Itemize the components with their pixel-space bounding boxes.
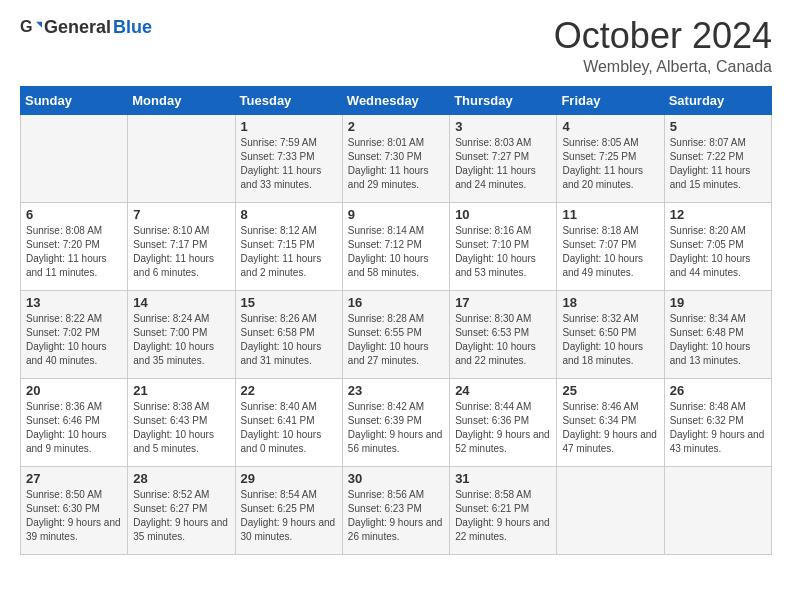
day-cell: 5Sunrise: 8:07 AM Sunset: 7:22 PM Daylig…	[664, 114, 771, 202]
day-info: Sunrise: 8:20 AM Sunset: 7:05 PM Dayligh…	[670, 224, 766, 280]
day-cell: 29Sunrise: 8:54 AM Sunset: 6:25 PM Dayli…	[235, 466, 342, 554]
day-cell: 10Sunrise: 8:16 AM Sunset: 7:10 PM Dayli…	[450, 202, 557, 290]
day-cell	[557, 466, 664, 554]
day-cell: 26Sunrise: 8:48 AM Sunset: 6:32 PM Dayli…	[664, 378, 771, 466]
day-cell: 31Sunrise: 8:58 AM Sunset: 6:21 PM Dayli…	[450, 466, 557, 554]
day-info: Sunrise: 8:52 AM Sunset: 6:27 PM Dayligh…	[133, 488, 229, 544]
col-monday: Monday	[128, 86, 235, 114]
day-info: Sunrise: 8:40 AM Sunset: 6:41 PM Dayligh…	[241, 400, 337, 456]
day-cell: 20Sunrise: 8:36 AM Sunset: 6:46 PM Dayli…	[21, 378, 128, 466]
day-cell: 9Sunrise: 8:14 AM Sunset: 7:12 PM Daylig…	[342, 202, 449, 290]
week-row-5: 27Sunrise: 8:50 AM Sunset: 6:30 PM Dayli…	[21, 466, 772, 554]
svg-text:G: G	[20, 17, 33, 35]
day-cell: 2Sunrise: 8:01 AM Sunset: 7:30 PM Daylig…	[342, 114, 449, 202]
logo-text-blue: Blue	[113, 17, 152, 38]
day-info: Sunrise: 8:16 AM Sunset: 7:10 PM Dayligh…	[455, 224, 551, 280]
logo: G GeneralBlue	[20, 16, 152, 38]
col-saturday: Saturday	[664, 86, 771, 114]
day-info: Sunrise: 8:58 AM Sunset: 6:21 PM Dayligh…	[455, 488, 551, 544]
col-tuesday: Tuesday	[235, 86, 342, 114]
day-cell: 30Sunrise: 8:56 AM Sunset: 6:23 PM Dayli…	[342, 466, 449, 554]
day-number: 6	[26, 207, 122, 222]
logo-icon: G	[20, 16, 42, 38]
location-subtitle: Wembley, Alberta, Canada	[554, 58, 772, 76]
day-info: Sunrise: 8:30 AM Sunset: 6:53 PM Dayligh…	[455, 312, 551, 368]
day-info: Sunrise: 8:34 AM Sunset: 6:48 PM Dayligh…	[670, 312, 766, 368]
day-cell	[664, 466, 771, 554]
day-info: Sunrise: 7:59 AM Sunset: 7:33 PM Dayligh…	[241, 136, 337, 192]
calendar-page: G GeneralBlue October 2024 Wembley, Albe…	[0, 0, 792, 612]
day-cell: 24Sunrise: 8:44 AM Sunset: 6:36 PM Dayli…	[450, 378, 557, 466]
col-wednesday: Wednesday	[342, 86, 449, 114]
day-number: 18	[562, 295, 658, 310]
day-cell: 7Sunrise: 8:10 AM Sunset: 7:17 PM Daylig…	[128, 202, 235, 290]
day-number: 24	[455, 383, 551, 398]
day-cell: 25Sunrise: 8:46 AM Sunset: 6:34 PM Dayli…	[557, 378, 664, 466]
day-number: 29	[241, 471, 337, 486]
day-number: 3	[455, 119, 551, 134]
day-number: 27	[26, 471, 122, 486]
day-info: Sunrise: 8:10 AM Sunset: 7:17 PM Dayligh…	[133, 224, 229, 280]
day-info: Sunrise: 8:24 AM Sunset: 7:00 PM Dayligh…	[133, 312, 229, 368]
calendar-table: Sunday Monday Tuesday Wednesday Thursday…	[20, 86, 772, 555]
day-number: 22	[241, 383, 337, 398]
day-info: Sunrise: 8:46 AM Sunset: 6:34 PM Dayligh…	[562, 400, 658, 456]
col-sunday: Sunday	[21, 86, 128, 114]
week-row-3: 13Sunrise: 8:22 AM Sunset: 7:02 PM Dayli…	[21, 290, 772, 378]
day-info: Sunrise: 8:54 AM Sunset: 6:25 PM Dayligh…	[241, 488, 337, 544]
day-info: Sunrise: 8:38 AM Sunset: 6:43 PM Dayligh…	[133, 400, 229, 456]
day-number: 26	[670, 383, 766, 398]
day-number: 1	[241, 119, 337, 134]
day-number: 16	[348, 295, 444, 310]
day-info: Sunrise: 8:14 AM Sunset: 7:12 PM Dayligh…	[348, 224, 444, 280]
day-number: 15	[241, 295, 337, 310]
day-number: 19	[670, 295, 766, 310]
day-cell: 18Sunrise: 8:32 AM Sunset: 6:50 PM Dayli…	[557, 290, 664, 378]
day-info: Sunrise: 8:26 AM Sunset: 6:58 PM Dayligh…	[241, 312, 337, 368]
day-cell: 22Sunrise: 8:40 AM Sunset: 6:41 PM Dayli…	[235, 378, 342, 466]
day-number: 13	[26, 295, 122, 310]
day-number: 21	[133, 383, 229, 398]
day-number: 8	[241, 207, 337, 222]
day-number: 4	[562, 119, 658, 134]
svg-marker-1	[36, 22, 42, 28]
day-cell: 6Sunrise: 8:08 AM Sunset: 7:20 PM Daylig…	[21, 202, 128, 290]
week-row-2: 6Sunrise: 8:08 AM Sunset: 7:20 PM Daylig…	[21, 202, 772, 290]
day-info: Sunrise: 8:42 AM Sunset: 6:39 PM Dayligh…	[348, 400, 444, 456]
day-cell: 12Sunrise: 8:20 AM Sunset: 7:05 PM Dayli…	[664, 202, 771, 290]
day-info: Sunrise: 8:56 AM Sunset: 6:23 PM Dayligh…	[348, 488, 444, 544]
header: G GeneralBlue October 2024 Wembley, Albe…	[20, 16, 772, 76]
day-cell: 17Sunrise: 8:30 AM Sunset: 6:53 PM Dayli…	[450, 290, 557, 378]
day-info: Sunrise: 8:48 AM Sunset: 6:32 PM Dayligh…	[670, 400, 766, 456]
col-thursday: Thursday	[450, 86, 557, 114]
day-number: 9	[348, 207, 444, 222]
day-number: 2	[348, 119, 444, 134]
week-row-1: 1Sunrise: 7:59 AM Sunset: 7:33 PM Daylig…	[21, 114, 772, 202]
day-number: 7	[133, 207, 229, 222]
logo-area: G GeneralBlue	[20, 16, 152, 38]
day-info: Sunrise: 8:28 AM Sunset: 6:55 PM Dayligh…	[348, 312, 444, 368]
day-cell: 11Sunrise: 8:18 AM Sunset: 7:07 PM Dayli…	[557, 202, 664, 290]
day-cell: 27Sunrise: 8:50 AM Sunset: 6:30 PM Dayli…	[21, 466, 128, 554]
col-friday: Friday	[557, 86, 664, 114]
day-number: 23	[348, 383, 444, 398]
day-cell: 3Sunrise: 8:03 AM Sunset: 7:27 PM Daylig…	[450, 114, 557, 202]
day-number: 31	[455, 471, 551, 486]
day-number: 30	[348, 471, 444, 486]
day-info: Sunrise: 8:08 AM Sunset: 7:20 PM Dayligh…	[26, 224, 122, 280]
title-area: October 2024 Wembley, Alberta, Canada	[554, 16, 772, 76]
day-cell: 1Sunrise: 7:59 AM Sunset: 7:33 PM Daylig…	[235, 114, 342, 202]
day-number: 25	[562, 383, 658, 398]
day-cell: 13Sunrise: 8:22 AM Sunset: 7:02 PM Dayli…	[21, 290, 128, 378]
day-info: Sunrise: 8:36 AM Sunset: 6:46 PM Dayligh…	[26, 400, 122, 456]
day-number: 17	[455, 295, 551, 310]
day-cell: 23Sunrise: 8:42 AM Sunset: 6:39 PM Dayli…	[342, 378, 449, 466]
day-number: 11	[562, 207, 658, 222]
day-info: Sunrise: 8:22 AM Sunset: 7:02 PM Dayligh…	[26, 312, 122, 368]
day-cell	[128, 114, 235, 202]
day-info: Sunrise: 8:01 AM Sunset: 7:30 PM Dayligh…	[348, 136, 444, 192]
day-info: Sunrise: 8:12 AM Sunset: 7:15 PM Dayligh…	[241, 224, 337, 280]
day-number: 10	[455, 207, 551, 222]
logo-text-general: General	[44, 17, 111, 38]
day-cell: 16Sunrise: 8:28 AM Sunset: 6:55 PM Dayli…	[342, 290, 449, 378]
